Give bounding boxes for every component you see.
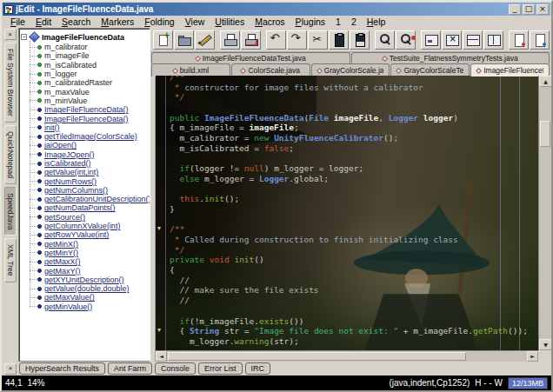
redo-button[interactable] [287,30,307,50]
scroll-right-button[interactable]: ► [527,351,538,362]
dock-tab-quicknotepad[interactable]: QuickNotepad [4,125,17,184]
buffer-tab-graycolorscale-java[interactable]: GrayColorScale.java [311,63,390,76]
menu-macros[interactable]: Macros [250,17,290,27]
buffer-tab-colorscale-java[interactable]: ColorScale.java [231,63,310,76]
tree-item-getrowyvalue-int[interactable]: getRowYValue(int) [30,230,148,239]
menu-1[interactable]: 1 [330,17,346,27]
fold-arrow-icon[interactable]: ▾ [157,225,161,232]
menu-2[interactable]: 2 [346,17,362,27]
menu-search[interactable]: Search [57,17,96,27]
tree-item-iscalibrated[interactable]: isCalibrated() [30,159,148,168]
tree-item-getvalue-double-double[interactable]: getValue(double,double) [30,284,148,293]
dock-tab-xml-tree[interactable]: XML Tree [4,238,17,282]
tree-collapse-toggle[interactable]: − [21,34,27,40]
copy-button[interactable] [329,30,349,50]
unsplit-button[interactable] [421,30,441,50]
cut-button[interactable] [308,30,328,50]
tree-item-m-maxvalue[interactable]: m_maxValue [30,87,148,96]
tree-item-getvalue-int-int[interactable]: getValue(int,int) [30,168,148,176]
tree-item-imagejopen[interactable]: ImageJOpen() [30,150,148,159]
editor-gutter[interactable]: ▾▾ [156,76,166,350]
horizontal-scroll-thumb[interactable] [168,352,466,361]
split-horizontal-button[interactable] [463,30,483,50]
print-button[interactable] [220,30,240,50]
buffer-options-button[interactable] [509,30,529,50]
buffer-tab-build-xml[interactable]: build.xml [151,63,230,76]
tree-item-getmaxx[interactable]: getMaxX() [30,257,148,266]
maximize-button[interactable]: □ [523,4,535,15]
tree-item-m-imagefile[interactable]: m_imageFile [30,51,148,60]
tree-item-getminx[interactable]: getMinX() [30,240,148,249]
tree-item-getmaxvalue[interactable]: getMaxValue() [30,293,148,302]
bottom-dock-close-button[interactable]: × [4,363,17,375]
buffer-tab-graycolorscaletest-java[interactable]: GrayColorScaleTest.java [390,63,470,76]
dock-tab-file-system-browser[interactable]: File System Browser [4,43,17,123]
minimize-button[interactable]: _ [509,4,521,15]
menu-edit[interactable]: Edit [30,17,57,27]
tree-item-getminvalue[interactable]: getMinValue() [30,302,148,311]
tree-item-getcolumnxvalue-int[interactable]: getColumnXValue(int) [30,222,148,230]
dock-tab-hypersearch-results[interactable]: HyperSearch Results [19,362,105,375]
dock-tab-console[interactable]: Console [155,362,196,375]
new-file-button[interactable] [153,30,173,50]
fold-arrow-icon[interactable]: ▾ [157,327,161,334]
tree-item-m-calibratedraster[interactable]: m_calibratedRaster [30,78,148,87]
find-button[interactable] [375,30,395,50]
page-setup-button[interactable] [241,30,261,50]
method-icon [37,108,42,112]
pencil-edit-button[interactable] [195,30,215,50]
code-text[interactable]: /** * constructor for image files withou… [170,76,537,350]
dock-tab-irc[interactable]: IRC [245,362,271,375]
tree-item-getnumcolumns[interactable]: getNumColumns() [30,186,148,195]
vertical-scroll-thumb[interactable] [540,121,550,147]
dock-tab-speedjava[interactable]: SpeedJava [4,187,17,236]
tree-item-getnumdatapoints[interactable]: getNumDataPoints() [30,203,148,212]
memory-indicator[interactable]: 12/13MB [508,377,548,389]
scroll-up-button[interactable]: ▲ [539,76,551,87]
field-icon [37,72,42,76]
horizontal-scrollbar[interactable]: ◄ ► [156,350,538,362]
title-bar[interactable]: jEdit - ImageFileFluenceData.java _ □ × [3,3,550,16]
buffer-tab-testsuite-flatnesssymmetrytests-java[interactable]: TestSuite_FlatnessSymmetryTests.java [351,52,550,63]
open-file-button[interactable] [174,30,194,50]
menu-markers[interactable]: Markers [96,17,139,27]
menu-help[interactable]: Help [362,17,391,27]
close-view-button[interactable] [442,30,462,50]
tree-item-getxyunitdescription[interactable]: getXYUnitDescription() [30,276,148,284]
global-options-button[interactable] [530,30,550,50]
close-button[interactable]: × [536,4,549,15]
find-next-button[interactable] [396,30,416,50]
menu-view[interactable]: View [180,17,210,27]
tree-item-m-logger[interactable]: m_logger [30,70,148,78]
tree-item-imagefilefluencedata[interactable]: ImageFileFluenceData() [30,105,148,114]
tree-item-imagefilefluencedata[interactable]: ImageFileFluenceData() [30,114,148,123]
scroll-left-button[interactable]: ◄ [156,351,167,362]
menu-utilities[interactable]: Utilities [210,17,250,27]
menu-folding[interactable]: Folding [139,17,179,27]
tree-item-m-minvalue[interactable]: m_minValue [30,96,148,105]
tree-item-getcalibrationunitdescription[interactable]: getCalibrationUnitDescription() [30,195,148,203]
left-dock-close-button[interactable]: × [4,29,17,40]
tree-item-getsource[interactable]: getSource() [30,213,148,222]
tree-item-m-iscalibrated[interactable]: m_isCalibrated [30,61,148,70]
paste-button[interactable] [350,30,370,50]
tree-root-row[interactable]: −ImageFileFluenceData [21,31,148,43]
vertical-scrollbar[interactable]: ▲ ▼ [538,76,551,350]
dock-tab-error-list[interactable]: Error List [198,362,243,375]
tree-item-gettiledimage-colorscale[interactable]: getTiledImage(ColorScale) [30,132,148,141]
split-vertical-button[interactable] [483,30,503,50]
tree-item-getminy[interactable]: getMinY() [30,249,148,257]
scroll-down-button[interactable]: ▼ [539,339,551,350]
menu-file[interactable]: File [5,17,30,27]
buffer-tab-imagefilefluencedatatest-java[interactable]: ImageFileFluenceDataTest.java [151,52,350,63]
tree-item-getnumrows[interactable]: getNumRows() [30,176,148,185]
tree-item-m-calibrator[interactable]: m_calibrator [30,43,148,51]
undo-button[interactable] [266,30,286,50]
tree-item-jaiopen[interactable]: jaiOpen() [30,141,148,149]
dock-tab-ant-farm[interactable]: Ant Farm [108,362,152,375]
text-editor[interactable]: ▾▾ /** * constructor for image files wit… [156,76,551,362]
buffer-tab-imagefilefluencedata-java[interactable]: ImageFileFluenceData.java [470,63,550,76]
tree-item-init[interactable]: init() [30,123,148,132]
menu-plugins[interactable]: Plugins [290,17,330,27]
tree-item-getmaxy[interactable]: getMaxY() [30,266,148,275]
